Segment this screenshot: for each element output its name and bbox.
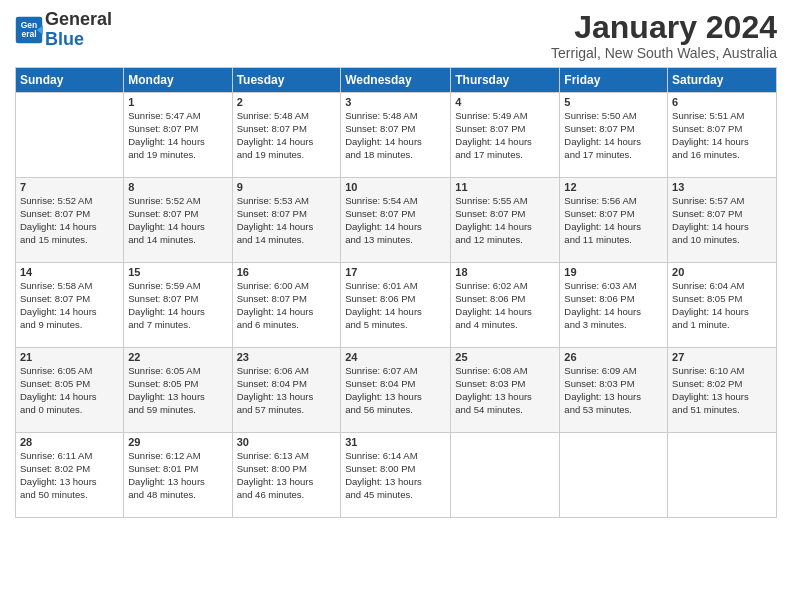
day-info: Sunrise: 6:09 AM Sunset: 8:03 PM Dayligh… — [564, 365, 663, 416]
day-number: 26 — [564, 351, 663, 363]
day-cell: 28Sunrise: 6:11 AM Sunset: 8:02 PM Dayli… — [16, 433, 124, 518]
logo-text: General Blue — [45, 10, 112, 50]
day-number: 17 — [345, 266, 446, 278]
day-info: Sunrise: 5:52 AM Sunset: 8:07 PM Dayligh… — [128, 195, 227, 246]
day-cell: 17Sunrise: 6:01 AM Sunset: 8:06 PM Dayli… — [341, 263, 451, 348]
logo-line2: Blue — [45, 29, 84, 49]
header-cell-sunday: Sunday — [16, 68, 124, 93]
calendar-title: January 2024 — [551, 10, 777, 45]
logo-icon: Gen eral — [15, 16, 43, 44]
day-cell: 5Sunrise: 5:50 AM Sunset: 8:07 PM Daylig… — [560, 93, 668, 178]
day-info: Sunrise: 6:14 AM Sunset: 8:00 PM Dayligh… — [345, 450, 446, 501]
day-cell — [451, 433, 560, 518]
day-info: Sunrise: 6:06 AM Sunset: 8:04 PM Dayligh… — [237, 365, 337, 416]
day-info: Sunrise: 6:05 AM Sunset: 8:05 PM Dayligh… — [128, 365, 227, 416]
header-cell-thursday: Thursday — [451, 68, 560, 93]
day-number: 20 — [672, 266, 772, 278]
day-cell: 13Sunrise: 5:57 AM Sunset: 8:07 PM Dayli… — [668, 178, 777, 263]
day-cell: 21Sunrise: 6:05 AM Sunset: 8:05 PM Dayli… — [16, 348, 124, 433]
day-number: 23 — [237, 351, 337, 363]
day-info: Sunrise: 5:57 AM Sunset: 8:07 PM Dayligh… — [672, 195, 772, 246]
day-info: Sunrise: 6:03 AM Sunset: 8:06 PM Dayligh… — [564, 280, 663, 331]
day-number: 6 — [672, 96, 772, 108]
day-cell: 18Sunrise: 6:02 AM Sunset: 8:06 PM Dayli… — [451, 263, 560, 348]
day-cell: 24Sunrise: 6:07 AM Sunset: 8:04 PM Dayli… — [341, 348, 451, 433]
day-number: 3 — [345, 96, 446, 108]
day-info: Sunrise: 6:02 AM Sunset: 8:06 PM Dayligh… — [455, 280, 555, 331]
day-number: 21 — [20, 351, 119, 363]
day-cell: 23Sunrise: 6:06 AM Sunset: 8:04 PM Dayli… — [232, 348, 341, 433]
day-info: Sunrise: 6:00 AM Sunset: 8:07 PM Dayligh… — [237, 280, 337, 331]
day-number: 1 — [128, 96, 227, 108]
day-cell: 4Sunrise: 5:49 AM Sunset: 8:07 PM Daylig… — [451, 93, 560, 178]
day-cell: 25Sunrise: 6:08 AM Sunset: 8:03 PM Dayli… — [451, 348, 560, 433]
day-number: 24 — [345, 351, 446, 363]
day-number: 27 — [672, 351, 772, 363]
week-row-2: 7Sunrise: 5:52 AM Sunset: 8:07 PM Daylig… — [16, 178, 777, 263]
day-number: 12 — [564, 181, 663, 193]
day-cell — [560, 433, 668, 518]
day-number: 22 — [128, 351, 227, 363]
day-number: 2 — [237, 96, 337, 108]
day-info: Sunrise: 5:47 AM Sunset: 8:07 PM Dayligh… — [128, 110, 227, 161]
day-info: Sunrise: 6:07 AM Sunset: 8:04 PM Dayligh… — [345, 365, 446, 416]
day-cell: 19Sunrise: 6:03 AM Sunset: 8:06 PM Dayli… — [560, 263, 668, 348]
day-number: 30 — [237, 436, 337, 448]
logo: Gen eral General Blue — [15, 10, 112, 50]
day-info: Sunrise: 6:13 AM Sunset: 8:00 PM Dayligh… — [237, 450, 337, 501]
header-cell-wednesday: Wednesday — [341, 68, 451, 93]
day-info: Sunrise: 6:08 AM Sunset: 8:03 PM Dayligh… — [455, 365, 555, 416]
day-cell: 15Sunrise: 5:59 AM Sunset: 8:07 PM Dayli… — [124, 263, 232, 348]
header-cell-friday: Friday — [560, 68, 668, 93]
day-number: 18 — [455, 266, 555, 278]
day-info: Sunrise: 5:53 AM Sunset: 8:07 PM Dayligh… — [237, 195, 337, 246]
day-cell: 12Sunrise: 5:56 AM Sunset: 8:07 PM Dayli… — [560, 178, 668, 263]
header-cell-tuesday: Tuesday — [232, 68, 341, 93]
day-info: Sunrise: 5:50 AM Sunset: 8:07 PM Dayligh… — [564, 110, 663, 161]
day-number: 10 — [345, 181, 446, 193]
calendar-subtitle: Terrigal, New South Wales, Australia — [551, 45, 777, 61]
day-number: 25 — [455, 351, 555, 363]
day-info: Sunrise: 5:48 AM Sunset: 8:07 PM Dayligh… — [345, 110, 446, 161]
calendar-table: SundayMondayTuesdayWednesdayThursdayFrid… — [15, 67, 777, 518]
week-row-1: 1Sunrise: 5:47 AM Sunset: 8:07 PM Daylig… — [16, 93, 777, 178]
day-info: Sunrise: 5:56 AM Sunset: 8:07 PM Dayligh… — [564, 195, 663, 246]
week-row-4: 21Sunrise: 6:05 AM Sunset: 8:05 PM Dayli… — [16, 348, 777, 433]
day-cell: 31Sunrise: 6:14 AM Sunset: 8:00 PM Dayli… — [341, 433, 451, 518]
day-number: 19 — [564, 266, 663, 278]
day-info: Sunrise: 5:49 AM Sunset: 8:07 PM Dayligh… — [455, 110, 555, 161]
day-cell: 6Sunrise: 5:51 AM Sunset: 8:07 PM Daylig… — [668, 93, 777, 178]
day-number: 9 — [237, 181, 337, 193]
day-info: Sunrise: 6:11 AM Sunset: 8:02 PM Dayligh… — [20, 450, 119, 501]
day-cell: 7Sunrise: 5:52 AM Sunset: 8:07 PM Daylig… — [16, 178, 124, 263]
day-number: 13 — [672, 181, 772, 193]
day-number: 7 — [20, 181, 119, 193]
day-number: 14 — [20, 266, 119, 278]
day-cell: 26Sunrise: 6:09 AM Sunset: 8:03 PM Dayli… — [560, 348, 668, 433]
day-info: Sunrise: 5:52 AM Sunset: 8:07 PM Dayligh… — [20, 195, 119, 246]
header-cell-saturday: Saturday — [668, 68, 777, 93]
day-info: Sunrise: 6:05 AM Sunset: 8:05 PM Dayligh… — [20, 365, 119, 416]
day-cell — [668, 433, 777, 518]
day-number: 11 — [455, 181, 555, 193]
day-cell: 29Sunrise: 6:12 AM Sunset: 8:01 PM Dayli… — [124, 433, 232, 518]
day-number: 29 — [128, 436, 227, 448]
day-info: Sunrise: 5:48 AM Sunset: 8:07 PM Dayligh… — [237, 110, 337, 161]
day-cell: 10Sunrise: 5:54 AM Sunset: 8:07 PM Dayli… — [341, 178, 451, 263]
day-cell: 14Sunrise: 5:58 AM Sunset: 8:07 PM Dayli… — [16, 263, 124, 348]
day-cell: 30Sunrise: 6:13 AM Sunset: 8:00 PM Dayli… — [232, 433, 341, 518]
day-cell: 16Sunrise: 6:00 AM Sunset: 8:07 PM Dayli… — [232, 263, 341, 348]
day-info: Sunrise: 6:04 AM Sunset: 8:05 PM Dayligh… — [672, 280, 772, 331]
header-row: SundayMondayTuesdayWednesdayThursdayFrid… — [16, 68, 777, 93]
week-row-3: 14Sunrise: 5:58 AM Sunset: 8:07 PM Dayli… — [16, 263, 777, 348]
day-number: 5 — [564, 96, 663, 108]
day-number: 28 — [20, 436, 119, 448]
day-info: Sunrise: 5:54 AM Sunset: 8:07 PM Dayligh… — [345, 195, 446, 246]
day-info: Sunrise: 5:51 AM Sunset: 8:07 PM Dayligh… — [672, 110, 772, 161]
day-info: Sunrise: 6:01 AM Sunset: 8:06 PM Dayligh… — [345, 280, 446, 331]
svg-text:Gen: Gen — [21, 19, 38, 29]
week-row-5: 28Sunrise: 6:11 AM Sunset: 8:02 PM Dayli… — [16, 433, 777, 518]
day-number: 31 — [345, 436, 446, 448]
title-block: January 2024 Terrigal, New South Wales, … — [551, 10, 777, 61]
svg-text:eral: eral — [21, 29, 36, 39]
